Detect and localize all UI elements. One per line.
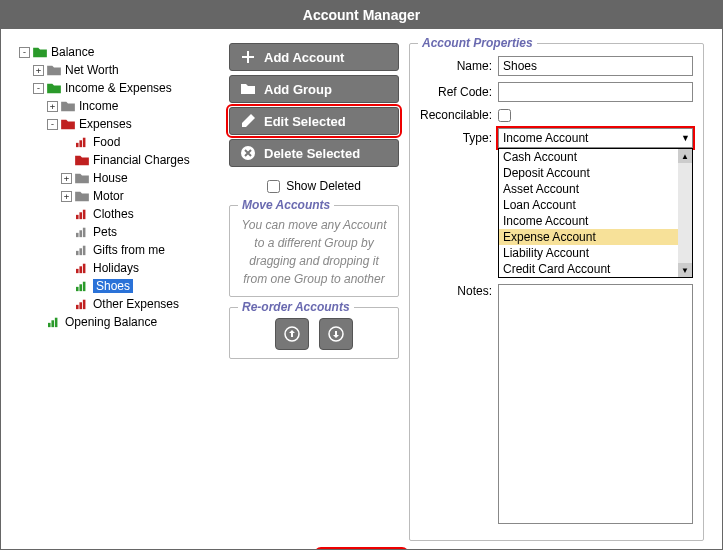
chart-icon — [74, 243, 90, 257]
name-field[interactable] — [498, 56, 693, 76]
svg-rect-2 — [83, 138, 86, 147]
folder-icon — [60, 117, 76, 131]
type-option[interactable]: Cash Account — [499, 149, 692, 165]
folder-icon — [74, 153, 90, 167]
svg-rect-10 — [79, 248, 82, 255]
show-deleted-label: Show Deleted — [286, 179, 361, 193]
svg-rect-18 — [76, 305, 79, 309]
add-group-button[interactable]: Add Group — [229, 75, 399, 103]
expand-icon[interactable]: + — [61, 191, 72, 202]
tree-label: Clothes — [93, 207, 134, 221]
notes-label: Notes: — [420, 284, 498, 298]
svg-rect-3 — [76, 215, 79, 219]
plus-icon — [240, 49, 256, 65]
tree-node[interactable]: Pets — [19, 223, 219, 241]
chart-icon — [74, 279, 90, 293]
type-option[interactable]: Income Account — [499, 213, 692, 229]
tree-node[interactable]: Holidays — [19, 259, 219, 277]
reorder-accounts-legend: Re-order Accounts — [238, 300, 354, 314]
folder-icon — [74, 189, 90, 203]
svg-rect-5 — [83, 210, 86, 219]
type-option[interactable]: Expense Account — [499, 229, 692, 245]
move-up-button[interactable] — [275, 318, 309, 350]
chart-icon — [46, 315, 62, 329]
collapse-icon[interactable]: - — [33, 83, 44, 94]
name-label: Name: — [420, 59, 498, 73]
type-option[interactable]: Liability Account — [499, 245, 692, 261]
collapse-icon[interactable]: - — [19, 47, 30, 58]
type-option[interactable]: Credit Card Account — [499, 261, 692, 277]
delete-selected-button[interactable]: Delete Selected — [229, 139, 399, 167]
svg-rect-23 — [55, 318, 58, 327]
tree-label: Motor — [93, 189, 124, 203]
tree-node[interactable]: +Motor — [19, 187, 219, 205]
type-option[interactable]: Loan Account — [499, 197, 692, 213]
notes-field[interactable] — [498, 284, 693, 524]
type-combo-wrap: Income Account ▼ Cash AccountDeposit Acc… — [498, 128, 693, 148]
move-down-button[interactable] — [319, 318, 353, 350]
tree-label: Income & Expenses — [65, 81, 172, 95]
expand-icon[interactable]: + — [33, 65, 44, 76]
folder-icon — [74, 171, 90, 185]
add-account-button[interactable]: Add Account — [229, 43, 399, 71]
tree-node[interactable]: Gifts from me — [19, 241, 219, 259]
folder-icon — [240, 81, 256, 97]
show-deleted-toggle[interactable]: Show Deleted — [229, 179, 399, 193]
reconcilable-checkbox[interactable] — [498, 109, 511, 122]
tree-node[interactable]: Shoes — [19, 277, 219, 295]
show-deleted-checkbox[interactable] — [267, 180, 280, 193]
tree-label: Balance — [51, 45, 94, 59]
tree-label: Income — [79, 99, 118, 113]
tree-node[interactable]: Financial Charges — [19, 151, 219, 169]
tree-node[interactable]: -Expenses — [19, 115, 219, 133]
edit-selected-button[interactable]: Edit Selected — [229, 107, 399, 135]
type-option[interactable]: Asset Account — [499, 181, 692, 197]
edit-selected-label: Edit Selected — [264, 114, 346, 129]
tree-label: Shoes — [93, 279, 133, 293]
add-group-label: Add Group — [264, 82, 332, 97]
tree-node[interactable]: Opening Balance — [19, 313, 219, 331]
reorder-accounts-panel: Re-order Accounts — [229, 307, 399, 359]
svg-rect-16 — [79, 284, 82, 291]
svg-rect-19 — [79, 302, 82, 309]
move-accounts-legend: Move Accounts — [238, 198, 334, 212]
delete-selected-label: Delete Selected — [264, 146, 360, 161]
tree-node[interactable]: Food — [19, 133, 219, 151]
pencil-icon — [240, 113, 256, 129]
tree-label: Financial Charges — [93, 153, 190, 167]
tree-node[interactable]: +Income — [19, 97, 219, 115]
expander-blank — [61, 299, 72, 310]
scroll-up-icon[interactable]: ▲ — [678, 149, 692, 163]
type-value: Income Account — [503, 131, 588, 145]
svg-rect-20 — [83, 300, 86, 309]
tree-label: Gifts from me — [93, 243, 165, 257]
tree-node[interactable]: -Balance — [19, 43, 219, 61]
expander-blank — [61, 209, 72, 220]
move-accounts-text: You can move any Account to a different … — [238, 216, 390, 288]
account-properties-legend: Account Properties — [418, 36, 537, 50]
tree-node[interactable]: +House — [19, 169, 219, 187]
account-tree: -Balance+Net Worth-Income & Expenses+Inc… — [19, 43, 219, 541]
expander-blank — [61, 263, 72, 274]
tree-node[interactable]: Other Expenses — [19, 295, 219, 313]
refcode-label: Ref Code: — [420, 85, 498, 99]
collapse-icon[interactable]: - — [47, 119, 58, 130]
type-option[interactable]: Deposit Account — [499, 165, 692, 181]
expander-blank — [61, 281, 72, 292]
svg-rect-11 — [83, 246, 86, 255]
chart-icon — [74, 135, 90, 149]
expand-icon[interactable]: + — [47, 101, 58, 112]
tree-node[interactable]: -Income & Expenses — [19, 79, 219, 97]
svg-rect-15 — [76, 287, 79, 291]
chart-icon — [74, 261, 90, 275]
refcode-field[interactable] — [498, 82, 693, 102]
svg-rect-21 — [48, 323, 51, 327]
scroll-down-icon[interactable]: ▼ — [678, 263, 692, 277]
tree-node[interactable]: +Net Worth — [19, 61, 219, 79]
chart-icon — [74, 207, 90, 221]
dropdown-scrollbar[interactable]: ▲ ▼ — [678, 149, 692, 277]
expand-icon[interactable]: + — [61, 173, 72, 184]
folder-icon — [46, 63, 62, 77]
type-combobox[interactable]: Income Account ▼ — [498, 128, 693, 148]
tree-node[interactable]: Clothes — [19, 205, 219, 223]
